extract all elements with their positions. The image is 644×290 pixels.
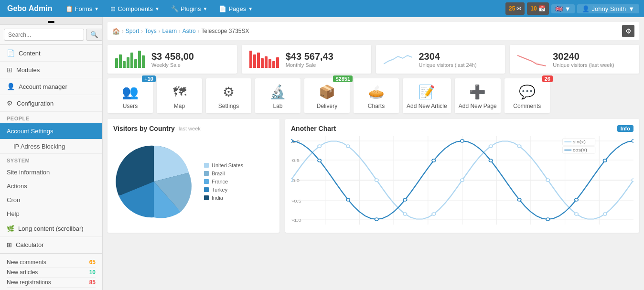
bar-6 [134,59,137,68]
charts-label: Charts [368,103,385,109]
svg-text:-1.0: -1.0 [292,218,301,223]
comments-icon: 💬 [519,84,536,100]
visitors-chart-subtitle: last week [179,126,201,131]
legend-dot-us [204,163,209,168]
icon-card-comments[interactable]: 26 💬 Comments [504,78,550,113]
breadcrumb-sport[interactable]: Sport [126,28,140,34]
icon-card-users[interactable]: +10 👥 Users [107,78,153,113]
bar-4 [261,58,264,68]
svg-point-31 [432,213,435,215]
legend-us: United States [204,162,243,168]
pie-legend: United States Brazil France Turkey [204,162,243,201]
sidebar-item-configuration[interactable]: ⚙ Configuration [0,95,102,112]
lab-label: Lab [273,103,282,109]
calendar-icon: 📅 [538,5,546,12]
sidebar-item-ip-blocking[interactable]: IP Adress Blocking [0,140,102,154]
monthly-sale-label: Monthly Sale [286,62,333,68]
svg-point-27 [318,145,321,148]
nav-forms[interactable]: 📋 Forms ▼ [60,0,105,17]
svg-point-45 [461,140,464,142]
flag-icon: 🇬🇧 [555,5,563,12]
svg-text:sin(x): sin(x) [573,140,586,144]
users-icon: 👥 [122,84,139,100]
calculator-icon: ⊞ [7,241,12,248]
bar-1 [249,51,252,68]
add-page-label: Add New Page [459,103,497,109]
visitors-week-value: 30240 [553,51,614,62]
icon-card-map[interactable]: 🗺 Map [157,78,202,113]
svg-point-47 [517,198,521,201]
weekly-sale-chart [115,51,145,68]
breadcrumb-home[interactable]: 🏠 [112,28,120,35]
mail-badge[interactable]: 25 ✉ [505,2,525,15]
sidebar-item-help[interactable]: Help [0,207,102,221]
forms-caret: ▼ [94,6,99,11]
svg-point-35 [546,179,549,182]
sidebar-stats: New comments 65 New articles 10 New regi… [0,253,102,290]
modules-icon: ⊞ [7,66,12,74]
flag-caret: ▼ [565,5,571,12]
search-input[interactable] [4,29,84,41]
visitors-24h-chart [384,51,412,68]
calendar-badge[interactable]: 10 📅 [527,2,548,15]
language-selector[interactable]: 🇬🇧 ▼ [551,4,575,13]
icon-card-add-page[interactable]: ➕ Add New Page [455,78,501,113]
settings-label: Settings [218,103,239,109]
monthly-sale-chart [249,51,279,68]
people-section-label: PEOPLE [0,112,102,123]
svg-point-34 [517,145,521,148]
breadcrumb-gear-button[interactable]: ⚙ [622,25,634,37]
svg-text:0.5: 0.5 [292,158,300,163]
legend-dot-turkey [204,187,209,192]
sidebar-item-long-content[interactable]: 🌿 Long content (scrollbar) [0,221,102,237]
visitors-week-label: Unique visitors (last week) [553,62,614,68]
breadcrumb-learn[interactable]: Learn [162,28,177,34]
sidebar-search-container: 🔍 [0,25,102,45]
monthly-sale-value: $43 567,43 [286,51,333,62]
pie-container: United States Brazil France Turkey [113,136,274,227]
bar-5 [130,53,133,68]
delivery-icon: 📦 [319,84,335,100]
nav-components[interactable]: ⊞ Components ▼ [105,0,165,17]
legend-dot-india [204,195,209,200]
bar-8 [142,55,145,68]
search-button[interactable]: 🔍 [86,29,103,41]
nav-menu: 📋 Forms ▼ ⊞ Components ▼ 🔧 Plugins ▼ 📄 P… [60,0,505,17]
svg-point-38 [632,179,633,182]
bar-5 [265,56,268,68]
icon-card-charts[interactable]: 🥧 Charts [354,78,399,113]
configuration-icon: ⚙ [7,99,13,107]
icon-card-delivery[interactable]: $2851 📦 Delivery [304,78,350,113]
add-article-icon: 📝 [419,84,435,100]
bar-7 [272,61,275,68]
sidebar-item-modules[interactable]: ⊞ Modules [0,62,102,78]
breadcrumb-toys[interactable]: Toys [145,28,157,34]
content-area: 🏠 › Sport › Toys › Learn › Astro › Teles… [103,17,644,290]
nav-plugins[interactable]: 🔧 Plugins ▼ [165,0,214,17]
sidebar-item-account-settings[interactable]: Account Settings [0,123,102,140]
user-menu[interactable]: 👤 Johny Smith ▼ [577,4,639,13]
bar-4 [127,57,129,68]
visitors-week-chart [517,51,546,68]
sidebar-item-calculator[interactable]: ⊞ Calculator [0,237,102,253]
legend-dot-brazil [204,171,209,176]
visitors-24h-label: Unique visitors (last 24h) [419,62,477,68]
stats-row: $3 458,00 Weekly Sale $43 567,43 [107,45,639,74]
nav-pages[interactable]: 📄 Pages ▼ [213,0,258,17]
sidebar-item-account-manager[interactable]: 👤 Account manager [0,78,102,95]
sidebar-item-site-information[interactable]: Site information [0,165,102,179]
sidebar-item-cron[interactable]: Cron [0,193,102,207]
icon-card-lab[interactable]: 🔬 Lab [255,78,301,113]
visitors-24h-value: 2304 [419,51,477,62]
svg-point-39 [291,140,293,142]
sidebar-collapse-button[interactable]: ▬ [0,17,102,25]
sidebar-item-actions[interactable]: Actions [0,179,102,193]
sidebar-item-content[interactable]: 📄 Content [0,45,102,62]
svg-point-42 [375,218,378,221]
users-badge: +10 [142,75,156,82]
icon-card-settings[interactable]: ⚙ Settings [206,78,251,113]
svg-point-48 [546,218,549,221]
icon-card-add-article[interactable]: 📝 Add New Article [403,78,451,113]
plugins-icon: 🔧 [171,5,179,12]
breadcrumb-astro[interactable]: Astro [182,28,196,34]
